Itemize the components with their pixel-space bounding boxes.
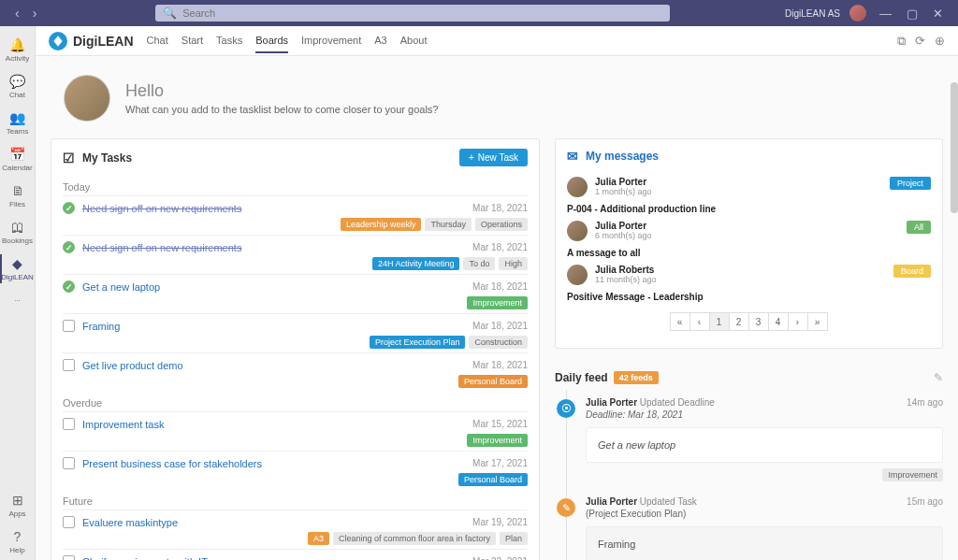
close-button[interactable]: ✕ bbox=[929, 5, 947, 22]
user-name: DigiLEAN AS bbox=[785, 8, 840, 19]
user-avatar[interactable] bbox=[849, 5, 866, 22]
nav-back[interactable]: ‹ bbox=[11, 4, 23, 22]
search-box[interactable]: 🔍 bbox=[155, 5, 670, 22]
titlebar: ‹ › 🔍 DigiLEAN AS ― ▢ ✕ bbox=[0, 0, 958, 26]
nav-forward[interactable]: › bbox=[29, 4, 41, 22]
minimize-button[interactable]: ― bbox=[876, 5, 895, 22]
search-icon: 🔍 bbox=[163, 7, 177, 20]
search-input[interactable] bbox=[182, 7, 662, 19]
maximize-button[interactable]: ▢ bbox=[903, 5, 922, 22]
